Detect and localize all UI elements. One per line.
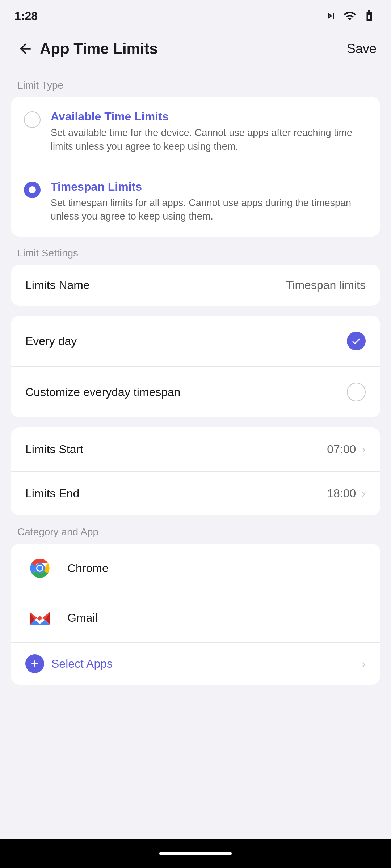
select-apps-plus-icon	[25, 654, 44, 673]
status-time: 1:28	[14, 9, 38, 23]
time-limits-card: Limits Start 07:00 › Limits End 18:00 ›	[11, 427, 380, 515]
radio-timespan	[24, 182, 41, 198]
limit-type-timespan-text: Timespan Limits Set timespan limits for …	[51, 180, 367, 224]
svg-point-3	[37, 566, 42, 571]
limit-type-timespan[interactable]: Timespan Limits Set timespan limits for …	[11, 167, 380, 237]
home-indicator	[159, 852, 232, 855]
check-customize	[347, 383, 366, 401]
limits-end-chevron-icon: ›	[362, 487, 366, 500]
back-icon	[17, 41, 33, 57]
status-bar: 1:28	[0, 0, 391, 29]
limit-type-timespan-title: Timespan Limits	[51, 180, 367, 193]
limits-name-row[interactable]: Limits Name Timespan limits	[11, 265, 380, 306]
limit-type-card: Available Time Limits Set available time…	[11, 97, 380, 237]
gmail-app-name: Gmail	[67, 611, 98, 625]
play-icon	[324, 9, 337, 22]
save-button[interactable]: Save	[347, 41, 377, 56]
limits-start-row[interactable]: Limits Start 07:00 ›	[11, 427, 380, 471]
chrome-icon	[25, 554, 54, 583]
limits-end-time: 18:00	[327, 487, 356, 500]
limits-start-value: 07:00 ›	[327, 443, 366, 456]
chrome-app-name: Chrome	[67, 562, 109, 575]
limit-type-available-title: Available Time Limits	[51, 110, 367, 123]
limits-name-value: Timespan limits	[286, 278, 366, 292]
plus-icon	[29, 658, 40, 669]
limit-settings-section-label: Limit Settings	[0, 247, 391, 265]
select-apps-label: Select Apps	[51, 657, 354, 671]
gmail-icon-wrap	[25, 603, 54, 632]
gmail-icon	[25, 603, 54, 632]
wifi-icon	[342, 9, 357, 22]
chrome-app-item[interactable]: Chrome	[11, 544, 380, 593]
schedule-customize-row[interactable]: Customize everyday timespan	[11, 366, 380, 417]
schedule-card: Every day Customize everyday timespan	[11, 316, 380, 417]
limits-end-value: 18:00 ›	[327, 487, 366, 500]
schedule-everyday-label: Every day	[25, 335, 77, 348]
limits-end-row[interactable]: Limits End 18:00 ›	[11, 471, 380, 515]
back-button[interactable]	[14, 38, 36, 60]
page-title: App Time Limits	[40, 40, 347, 58]
limits-start-chevron-icon: ›	[362, 443, 366, 456]
select-apps-chevron-icon: ›	[362, 657, 366, 671]
bottom-nav-bar	[0, 839, 391, 868]
limit-type-available-desc: Set available time for the device. Canno…	[51, 126, 367, 154]
battery-icon	[362, 9, 377, 22]
schedule-customize-label: Customize everyday timespan	[25, 386, 181, 399]
select-apps-row[interactable]: Select Apps ›	[11, 642, 380, 685]
check-everyday	[347, 332, 366, 350]
limit-type-section-label: Limit Type	[0, 80, 391, 97]
limit-type-available[interactable]: Available Time Limits Set available time…	[11, 97, 380, 167]
apps-card: Chrome Gmail Selec	[11, 544, 380, 685]
limits-start-label: Limits Start	[25, 443, 83, 456]
limit-type-timespan-desc: Set timespan limits for all apps. Cannot…	[51, 196, 367, 224]
limits-end-label: Limits End	[25, 487, 79, 500]
limits-start-time: 07:00	[327, 443, 356, 456]
category-app-section-label: Category and App	[0, 526, 391, 544]
status-icons	[324, 9, 377, 22]
limits-name-label: Limits Name	[25, 278, 90, 292]
schedule-everyday-row[interactable]: Every day	[11, 316, 380, 366]
nav-bar: App Time Limits Save	[0, 29, 391, 69]
gmail-app-item[interactable]: Gmail	[11, 593, 380, 642]
chrome-icon-wrap	[25, 554, 54, 583]
limits-name-card: Limits Name Timespan limits	[11, 265, 380, 306]
radio-available	[24, 111, 41, 128]
limit-type-available-text: Available Time Limits Set available time…	[51, 110, 367, 154]
